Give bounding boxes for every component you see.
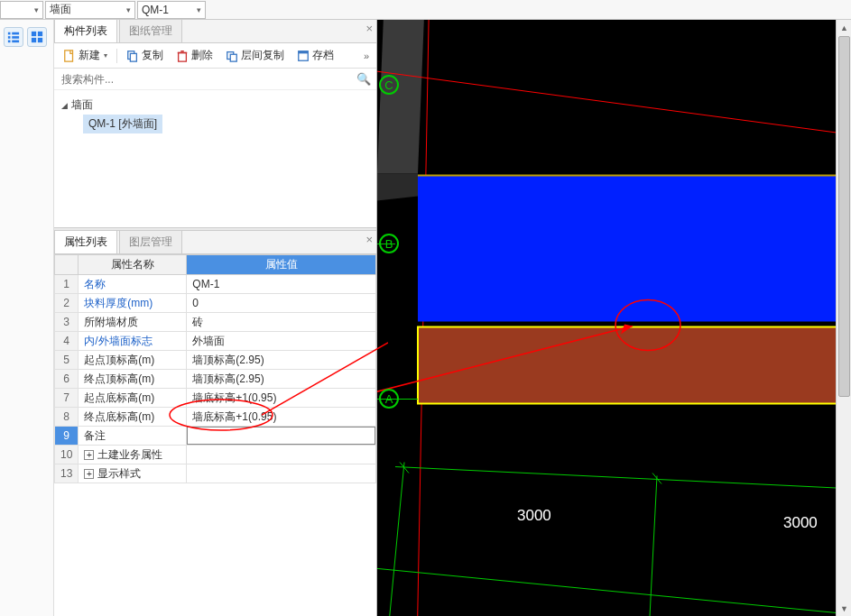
svg-rect-7: [38, 32, 42, 36]
property-value-cell[interactable]: [187, 427, 376, 446]
property-name-label: 显示样式: [97, 467, 141, 480]
property-value-cell[interactable]: QM-1: [187, 275, 376, 294]
property-name-cell: +土建业务属性: [79, 446, 187, 464]
property-row[interactable]: 1名称QM-1: [55, 275, 376, 294]
property-name-label: 起点底标高(m): [84, 391, 154, 404]
svg-line-29: [386, 463, 404, 617]
type-dropdown-1[interactable]: 墙面▾: [45, 1, 135, 19]
close-icon[interactable]: ×: [365, 22, 373, 35]
expand-icon[interactable]: +: [84, 469, 94, 479]
property-name-label: 块料厚度(mm): [84, 297, 153, 309]
axis-marker-a: A: [379, 389, 399, 409]
component-list-panel: × 构件列表 图纸管理 新建 ▾ 复制 删除: [54, 20, 376, 227]
svg-rect-6: [32, 32, 36, 36]
new-button[interactable]: 新建 ▾: [58, 46, 113, 65]
svg-rect-25: [418, 327, 851, 404]
floor-copy-button[interactable]: 层间复制: [220, 46, 290, 65]
property-value-cell[interactable]: 墙底标高+1(0.95): [187, 389, 376, 408]
property-value-cell[interactable]: 外墙面: [187, 332, 376, 351]
separator: [116, 49, 117, 63]
property-value-cell[interactable]: 墙底标高+1(0.95): [187, 408, 376, 427]
property-row[interactable]: 7起点底标高(m)墙底标高+1(0.95): [55, 389, 376, 408]
svg-marker-19: [377, 174, 418, 201]
tab-layers[interactable]: 图层管理: [119, 230, 182, 253]
archive-icon: [297, 50, 310, 62]
property-row[interactable]: 8终点底标高(m)墙底标高+1(0.95): [55, 408, 376, 427]
expand-icon[interactable]: +: [84, 450, 94, 460]
property-name-label: 所附墙材质: [84, 316, 138, 328]
chevron-down-icon: ▾: [34, 5, 39, 14]
tree-child-item[interactable]: QM-1 [外墙面]: [83, 115, 162, 133]
component-tree: ◢ 墙面 QM-1 [外墙面]: [54, 90, 376, 227]
header-blank: [55, 255, 79, 275]
property-name-label: 名称: [84, 278, 106, 290]
tab-drawing-manage[interactable]: 图纸管理: [119, 19, 182, 42]
svg-rect-10: [65, 50, 73, 60]
property-value-cell[interactable]: 墙顶标高(2.95): [187, 370, 376, 389]
tree-root-label: 墙面: [71, 97, 93, 113]
search-input[interactable]: [60, 72, 356, 87]
type-dropdown-0[interactable]: ▾: [0, 1, 43, 19]
property-name-cell: 名称: [79, 275, 187, 294]
property-value-cell[interactable]: 墙顶标高(2.95): [187, 351, 376, 370]
type-dropdown-2[interactable]: QM-1▾: [137, 1, 206, 19]
property-row[interactable]: 4内/外墙面标志外墙面: [55, 332, 376, 351]
property-name-cell: +显示样式: [79, 464, 187, 483]
property-row[interactable]: 3所附墙材质砖: [55, 313, 376, 332]
list-view-toggle[interactable]: [4, 27, 23, 47]
viewport-scrollbar[interactable]: ▲ ▼: [836, 20, 851, 616]
svg-marker-18: [377, 20, 427, 174]
svg-rect-4: [8, 41, 11, 43]
delete-button[interactable]: 删除: [171, 46, 218, 65]
copy-button[interactable]: 复制: [121, 46, 169, 65]
property-table: 属性名称 属性值 1名称QM-12块料厚度(mm)03所附墙材质砖4内/外墙面标…: [54, 254, 376, 483]
property-panel-tabs: × 属性列表 图层管理: [54, 231, 376, 254]
property-row[interactable]: 2块料厚度(mm)0: [55, 294, 376, 313]
scroll-up-arrow[interactable]: ▲: [837, 20, 851, 35]
property-value-cell[interactable]: [187, 464, 376, 483]
scroll-down-arrow[interactable]: ▼: [837, 601, 851, 616]
chevron-down-icon: ▾: [197, 5, 201, 14]
property-value-cell[interactable]: 砖: [187, 313, 376, 332]
property-value-cell[interactable]: 0: [187, 294, 376, 313]
svg-rect-22: [418, 176, 851, 322]
tab-component-list[interactable]: 构件列表: [54, 19, 117, 42]
caret-down-icon: ◢: [61, 101, 68, 110]
svg-line-20: [377, 66, 851, 138]
property-name-cell: 起点底标高(m): [79, 389, 187, 408]
delete-icon: [176, 50, 189, 62]
property-name-cell: 终点底标高(m): [79, 408, 187, 427]
property-row[interactable]: 13+显示样式: [55, 464, 376, 483]
svg-rect-5: [12, 41, 19, 43]
property-name-cell: 块料厚度(mm): [79, 294, 187, 313]
search-icon[interactable]: 🔍: [356, 72, 371, 86]
svg-rect-9: [38, 38, 42, 42]
property-row[interactable]: 5起点顶标高(m)墙顶标高(2.95): [55, 351, 376, 370]
copy-label: 复制: [142, 48, 163, 63]
property-value-cell[interactable]: [187, 446, 376, 464]
scrollbar-thumb[interactable]: [838, 36, 850, 397]
property-value-input[interactable]: [187, 427, 375, 445]
tree-root-item[interactable]: ◢ 墙面: [58, 96, 373, 115]
component-toolbar: 新建 ▾ 复制 删除 层间复制 存档: [54, 43, 376, 69]
row-number: 6: [55, 370, 79, 389]
axis-marker-c: C: [379, 75, 399, 95]
property-name-label: 备注: [84, 429, 106, 442]
svg-rect-1: [12, 32, 19, 35]
model-viewport[interactable]: C B A 3000 3000 ▲ ▼: [377, 20, 851, 616]
row-number: 10: [55, 446, 79, 464]
toolbar-more[interactable]: »: [360, 49, 373, 63]
property-row[interactable]: 6终点顶标高(m)墙顶标高(2.95): [55, 370, 376, 389]
svg-rect-13: [179, 52, 187, 61]
archive-button[interactable]: 存档: [291, 46, 339, 65]
tab-properties[interactable]: 属性列表: [54, 230, 117, 253]
grid-view-toggle[interactable]: [27, 27, 47, 47]
chevron-down-icon: ▾: [126, 5, 131, 14]
property-name-label: 终点底标高(m): [84, 410, 154, 423]
property-name-label: 起点顶标高(m): [84, 354, 154, 366]
property-row[interactable]: 9备注: [55, 427, 376, 446]
component-panel-tabs: × 构件列表 图纸管理: [54, 20, 376, 43]
close-icon[interactable]: ×: [365, 233, 373, 246]
row-number: 3: [55, 313, 79, 332]
property-row[interactable]: 10+土建业务属性: [55, 446, 376, 464]
